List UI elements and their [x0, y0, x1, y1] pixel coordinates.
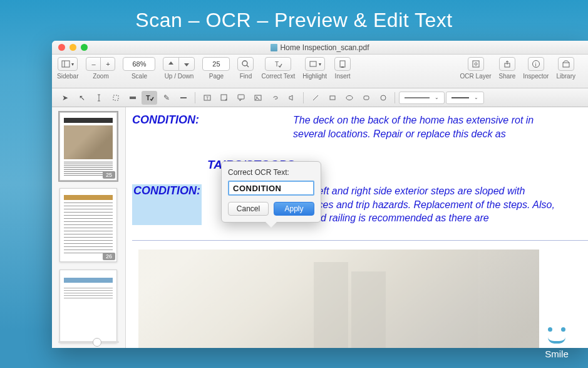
scale-field[interactable] — [123, 57, 155, 71]
library-button[interactable] — [558, 57, 574, 71]
rect-tool[interactable] — [324, 91, 340, 105]
chevron-down-icon: ⌄ — [435, 95, 439, 100]
ocr-layer-button[interactable] — [468, 57, 484, 71]
brand-logo: Smile — [537, 322, 577, 359]
page-thumbnail[interactable] — [59, 270, 117, 343]
redact-tool[interactable] — [125, 91, 140, 105]
strike-tool[interactable] — [175, 91, 191, 105]
strike-icon — [179, 93, 188, 102]
scale-label: Scale — [132, 73, 147, 80]
embedded-photo — [138, 250, 539, 348]
separator — [195, 92, 195, 103]
image-icon — [254, 93, 262, 102]
line-icon — [311, 93, 320, 102]
apply-button[interactable]: Apply — [274, 202, 314, 216]
body-text[interactable]: The left and right side exterior steps a… — [296, 184, 559, 225]
note-tool[interactable] — [216, 91, 232, 105]
highlight-icon — [309, 60, 317, 68]
separator — [303, 92, 304, 103]
updown-label: Up / Down — [165, 73, 194, 80]
crop-icon — [111, 93, 120, 102]
ocr-text-input[interactable] — [228, 181, 314, 196]
correct-text-tool[interactable]: T — [142, 91, 157, 105]
share-button[interactable] — [499, 57, 515, 71]
page-field[interactable] — [202, 57, 230, 71]
svg-rect-27 — [364, 96, 369, 100]
ocr-label: OCR Layer — [460, 73, 492, 80]
insert-button[interactable] — [334, 57, 351, 71]
content-area: 25 26 CONDITION: The deck on the back of… — [52, 107, 588, 348]
text-correct-icon: T — [274, 60, 282, 68]
crop-tool[interactable] — [108, 91, 123, 105]
polygon-tool[interactable] — [375, 91, 391, 105]
polygon-icon — [379, 93, 388, 102]
zoom-in-button[interactable]: + — [100, 57, 115, 71]
rounded-rect-icon — [362, 93, 371, 102]
page-number-badge: 26 — [103, 253, 115, 260]
ellipse-icon — [345, 93, 354, 102]
document-view[interactable]: CONDITION: The deck on the back of the h… — [126, 107, 588, 348]
edit-toolbar: ➤ ↖ T ✎ T ⌄ ⌄ — [52, 88, 588, 107]
chevron-down-icon: ▾ — [71, 61, 74, 67]
svg-rect-21 — [238, 95, 244, 99]
heading-condition-selected[interactable]: CONDITION: — [132, 184, 202, 225]
cancel-button[interactable]: Cancel — [228, 202, 269, 216]
heading-condition[interactable]: CONDITION: — [132, 113, 199, 140]
textbox-icon: T — [203, 93, 212, 102]
select-tool[interactable]: ↖ — [74, 91, 90, 105]
sidebar-toggle-button[interactable]: ▾ — [58, 57, 78, 71]
insert-page-icon — [338, 60, 347, 68]
sound-tool[interactable] — [284, 91, 299, 105]
highlight-label: Highlight — [302, 73, 327, 80]
page-down-button[interactable] — [178, 57, 195, 71]
window-title-text: Home Inspection_scan.pdf — [280, 43, 369, 52]
page-thumbnail[interactable]: 25 — [59, 112, 117, 181]
link-tool[interactable] — [267, 91, 282, 105]
thumbnail-zoom-slider[interactable] — [58, 341, 119, 343]
svg-line-24 — [313, 95, 318, 100]
stroke-style-select[interactable]: ⌄ — [399, 92, 445, 104]
ocr-icon — [472, 60, 480, 68]
highlight-button[interactable]: ▾ — [305, 57, 325, 71]
document-icon — [271, 44, 277, 51]
popover-label: Correct OCR Text: — [228, 168, 314, 177]
body-text[interactable]: The deck on the back of the home has ext… — [293, 113, 556, 140]
chevron-down-icon: ⌄ — [474, 95, 478, 100]
svg-point-28 — [381, 95, 386, 100]
highlight-tool[interactable]: ✎ — [158, 91, 174, 105]
page-up-button[interactable] — [163, 57, 179, 71]
comment-tool[interactable] — [233, 91, 249, 105]
arrow-tool[interactable]: ➤ — [57, 91, 73, 105]
line-tool[interactable] — [307, 91, 323, 105]
svg-rect-6 — [340, 61, 345, 67]
promo-title: Scan – OCR – Preview & Edit Text — [0, 0, 588, 38]
correct-text-button[interactable]: T — [265, 57, 291, 71]
search-icon — [241, 60, 250, 68]
inspector-label: Inspector — [523, 73, 549, 80]
window-titlebar: Home Inspection_scan.pdf — [52, 41, 588, 55]
sidebar-icon — [61, 60, 70, 68]
stamp-tool[interactable] — [250, 91, 266, 105]
svg-point-2 — [242, 61, 247, 66]
zoom-out-button[interactable]: – — [86, 57, 101, 71]
note-icon — [220, 93, 229, 102]
page-thumbnail[interactable]: 26 — [59, 188, 117, 261]
find-button[interactable] — [237, 57, 254, 71]
marker-icon: ✎ — [163, 93, 170, 102]
comment-icon — [237, 93, 245, 102]
link-icon — [271, 93, 279, 102]
text-box-tool[interactable]: T — [199, 91, 215, 105]
stroke-width-select[interactable]: ⌄ — [446, 92, 484, 104]
divider — [132, 240, 588, 241]
ellipse-tool[interactable] — [341, 91, 357, 105]
svg-line-3 — [247, 65, 249, 67]
rounded-tool[interactable] — [358, 91, 374, 105]
text-select-tool[interactable] — [91, 91, 106, 105]
cursor-icon: ➤ — [62, 93, 68, 102]
inspector-button[interactable]: i — [528, 57, 544, 71]
insert-label: Insert — [335, 73, 351, 80]
arrow-up-icon — [167, 60, 175, 68]
library-icon — [562, 60, 570, 68]
library-label: Library — [556, 73, 575, 80]
share-label: Share — [499, 73, 516, 80]
